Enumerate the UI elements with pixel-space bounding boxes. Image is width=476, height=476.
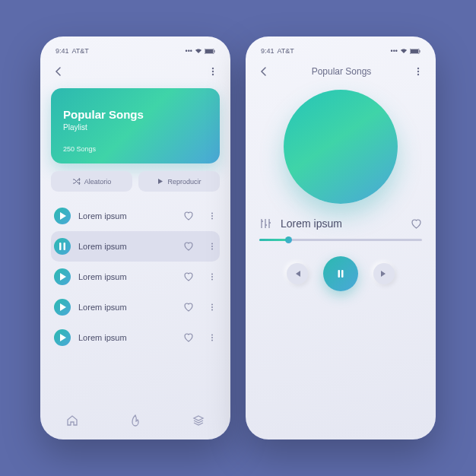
more-icon[interactable]	[208, 303, 217, 312]
player-screen: 9:41 AT&T ••• Popular Songs Lorem ipsum	[246, 36, 436, 440]
song-title: Lorem ipsum	[78, 303, 176, 312]
svg-rect-10	[64, 243, 66, 250]
playlist-hero: Popular Songs Playlist 250 Songs	[51, 88, 220, 163]
player-controls	[256, 256, 425, 291]
status-carrier: AT&T	[278, 47, 294, 55]
svg-point-14	[211, 274, 213, 275]
svg-point-15	[211, 276, 213, 278]
shuffle-icon	[72, 177, 81, 186]
svg-point-17	[211, 304, 213, 306]
wifi-icon	[195, 48, 202, 54]
battery-icon	[205, 49, 215, 54]
more-icon[interactable]	[208, 66, 218, 77]
status-bar: 9:41 AT&T •••	[256, 46, 425, 56]
progress-bar[interactable]	[259, 239, 422, 244]
home-icon[interactable]	[65, 414, 79, 427]
player-header-title: Popular Songs	[312, 66, 372, 77]
song-list: Lorem ipsumLorem ipsumLorem ipsumLorem i…	[51, 201, 220, 353]
play-button[interactable]: Reproducir	[138, 171, 220, 192]
signal-icon: •••	[391, 47, 398, 55]
svg-point-11	[211, 243, 213, 245]
song-title: Lorem ipsum	[78, 272, 176, 281]
svg-point-18	[211, 306, 213, 308]
svg-point-22	[211, 340, 213, 341]
wifi-icon	[400, 48, 408, 54]
back-icon[interactable]	[258, 65, 270, 78]
svg-rect-30	[341, 270, 344, 278]
svg-point-28	[417, 74, 419, 75]
svg-rect-9	[59, 243, 62, 250]
back-icon[interactable]	[52, 65, 65, 78]
heart-icon[interactable]	[183, 241, 194, 252]
svg-point-6	[211, 213, 213, 214]
pause-button[interactable]	[323, 256, 358, 291]
heart-icon[interactable]	[183, 211, 194, 221]
status-time: 9:41	[56, 47, 69, 55]
song-title: Lorem ipsum	[78, 333, 176, 342]
skip-next-icon	[379, 269, 389, 278]
svg-rect-1	[205, 49, 213, 53]
song-title: Lorem ipsum	[78, 211, 176, 221]
heart-icon[interactable]	[183, 332, 194, 343]
svg-point-4	[212, 71, 214, 72]
more-icon[interactable]	[208, 272, 217, 281]
song-row[interactable]: Lorem ipsum	[51, 292, 220, 322]
svg-point-26	[417, 68, 419, 69]
playlist-subtitle: Playlist	[63, 123, 208, 132]
song-row[interactable]: Lorem ipsum	[51, 201, 220, 231]
signal-icon: •••	[186, 47, 192, 55]
play-icon[interactable]	[54, 268, 71, 285]
heart-icon[interactable]	[183, 302, 194, 313]
equalizer-icon[interactable]	[259, 217, 271, 230]
heart-icon[interactable]	[183, 271, 194, 282]
play-icon[interactable]	[54, 329, 71, 346]
svg-point-8	[211, 218, 213, 220]
svg-point-7	[211, 215, 213, 217]
more-icon[interactable]	[413, 66, 424, 77]
playlist-count: 250 Songs	[63, 145, 208, 153]
track-title: Lorem ipsum	[281, 217, 401, 230]
more-icon[interactable]	[208, 242, 217, 251]
song-row[interactable]: Lorem ipsum	[51, 262, 220, 292]
layers-icon[interactable]	[192, 414, 205, 427]
status-carrier: AT&T	[72, 47, 89, 55]
shuffle-button[interactable]: Aleatorio	[51, 171, 132, 192]
svg-point-16	[211, 279, 213, 281]
svg-point-13	[211, 249, 213, 250]
svg-rect-25	[420, 50, 420, 52]
svg-point-19	[211, 309, 213, 311]
fire-icon[interactable]	[129, 414, 142, 427]
svg-rect-24	[411, 49, 418, 53]
more-icon[interactable]	[208, 333, 217, 342]
heart-icon[interactable]	[411, 218, 422, 230]
svg-point-27	[417, 71, 419, 72]
playlist-screen: 9:41 AT&T ••• Popular Songs Playlist 250…	[40, 36, 230, 440]
play-icon[interactable]	[54, 208, 71, 224]
svg-point-20	[211, 335, 213, 336]
song-row[interactable]: Lorem ipsum	[51, 231, 220, 262]
play-icon[interactable]	[54, 299, 71, 316]
player-header: Popular Songs	[256, 62, 425, 81]
battery-icon	[410, 49, 420, 54]
song-title: Lorem ipsum	[78, 242, 176, 251]
prev-button[interactable]	[287, 263, 308, 284]
shuffle-label: Aleatorio	[84, 178, 112, 186]
album-art-wrap	[256, 90, 425, 204]
svg-point-5	[212, 74, 214, 75]
play-icon	[157, 178, 163, 185]
album-art	[284, 90, 398, 204]
pause-icon[interactable]	[54, 238, 71, 255]
svg-point-12	[211, 246, 213, 247]
more-icon[interactable]	[208, 211, 217, 221]
status-time: 9:41	[261, 47, 274, 55]
progress-thumb[interactable]	[285, 236, 292, 243]
svg-rect-2	[214, 50, 215, 52]
song-row[interactable]: Lorem ipsum	[51, 322, 220, 353]
svg-point-3	[212, 68, 214, 69]
play-label: Reproducir	[167, 178, 201, 186]
svg-point-21	[211, 337, 213, 338]
status-bar: 9:41 AT&T •••	[51, 46, 220, 56]
next-button[interactable]	[373, 263, 395, 284]
playlist-title: Popular Songs	[63, 108, 208, 121]
svg-rect-29	[338, 270, 341, 278]
